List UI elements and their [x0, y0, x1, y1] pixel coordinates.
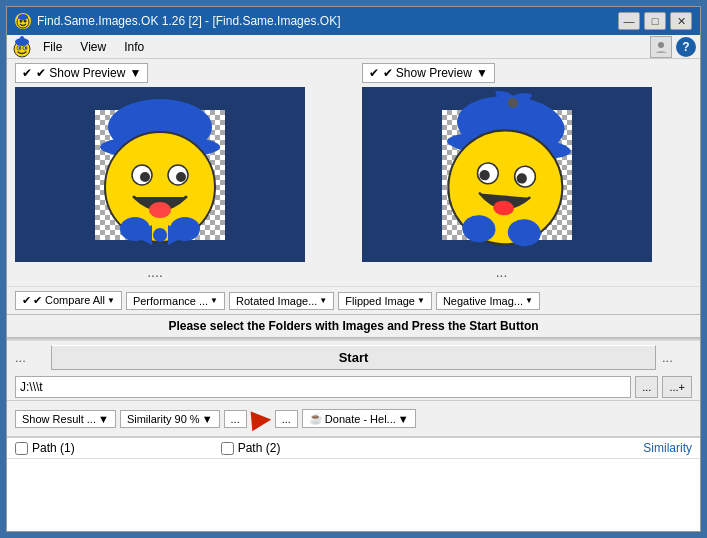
left-checkmark: ✔ [22, 66, 32, 80]
right-dots: ... [362, 262, 642, 282]
flipped-image-label: Flipped Image [345, 295, 415, 307]
menu-file[interactable]: File [35, 38, 70, 56]
right-preview-canvas [362, 87, 652, 262]
menu-info[interactable]: Info [116, 38, 152, 56]
performance-arrow: ▼ [210, 296, 218, 305]
left-dropdown-arrow: ▼ [129, 66, 141, 80]
rotated-arrow: ▼ [319, 296, 327, 305]
right-preview-label: ✔ Show Preview [383, 66, 472, 80]
menu-view[interactable]: View [72, 38, 114, 56]
minimize-button[interactable]: — [618, 12, 640, 30]
path2-label: Path (2) [238, 441, 281, 455]
path1-checkbox-label[interactable]: Path (1) [15, 441, 75, 455]
left-show-preview-dropdown[interactable]: ✔ ✔ Show Preview ▼ [15, 63, 148, 83]
show-result-btn[interactable]: Show Result ... ▼ [15, 410, 116, 428]
donate-btn[interactable]: ☕ Donate - Hel... ▼ [302, 409, 416, 428]
dots2-btn[interactable]: ... [275, 410, 298, 428]
title-bar: Find.Same.Images.OK 1.26 [2] - [Find.Sam… [7, 7, 700, 35]
menu-bar: File View Info ? [7, 35, 700, 59]
flipped-image-btn[interactable]: Flipped Image ▼ [338, 292, 432, 310]
start-button[interactable]: Start [51, 345, 656, 370]
bottom-toolbar: Show Result ... ▼ Similarity 90 % ▼ ... … [7, 400, 700, 437]
left-preview-panel: ✔ ✔ Show Preview ▼ [15, 63, 346, 282]
left-preview-label: ✔ Show Preview [36, 66, 125, 80]
negative-image-label: Negative Imag... [443, 295, 523, 307]
right-checkmark: ✔ [369, 66, 379, 80]
compare-all-check: ✔ [22, 294, 31, 307]
show-result-arrow: ▼ [98, 413, 109, 425]
smiley-svg-left [90, 97, 230, 252]
path2-checkbox-label[interactable]: Path (2) [221, 441, 281, 455]
controls-row: ✔ ✔ Compare All ▼ Performance ... ▼ Rota… [7, 286, 700, 314]
right-dropdown-arrow: ▼ [476, 66, 488, 80]
title-bar-left: Find.Same.Images.OK 1.26 [2] - [Find.Sam… [15, 13, 340, 29]
smiley-svg-right [427, 87, 586, 262]
compare-all-label: ✔ Compare All [33, 294, 105, 307]
donate-label: Donate - Hel... [325, 413, 396, 425]
compare-all-arrow: ▼ [107, 296, 115, 305]
similarity-arrow: ▼ [202, 413, 213, 425]
results-header: Path (1) Path (2) Similarity [7, 438, 700, 459]
close-button[interactable]: ✕ [670, 12, 692, 30]
svg-point-25 [170, 217, 200, 241]
svg-point-8 [25, 47, 27, 49]
performance-btn[interactable]: Performance ... ▼ [126, 292, 225, 310]
path1-checkbox[interactable] [15, 442, 28, 455]
preview-section: ✔ ✔ Show Preview ▼ [7, 59, 700, 286]
similarity-header: Similarity [643, 441, 692, 455]
svg-point-1 [20, 20, 23, 23]
path1-label: Path (1) [32, 441, 75, 455]
negative-image-btn[interactable]: Negative Imag... ▼ [436, 292, 540, 310]
left-preview-canvas [15, 87, 305, 262]
help-button[interactable]: ? [676, 37, 696, 57]
start-right-dots: ... [662, 350, 692, 365]
rotated-image-label: Rotated Image... [236, 295, 317, 307]
start-left-dots: ... [15, 350, 45, 365]
path2-checkbox[interactable] [221, 442, 234, 455]
results-area: Path (1) Path (2) Similarity [7, 437, 700, 531]
app-icon [15, 13, 31, 29]
menu-bar-right: ? [650, 36, 696, 58]
flipped-arrow: ▼ [417, 296, 425, 305]
status-message: Please select the Folders with Images an… [168, 319, 538, 333]
menu-bar-left: File View Info [11, 36, 152, 58]
dots-label: ... [231, 413, 240, 425]
browse-add-button[interactable]: ...+ [662, 376, 692, 398]
svg-point-17 [140, 172, 150, 182]
svg-point-11 [658, 42, 664, 48]
start-row: ... Start ... [7, 341, 700, 374]
svg-point-3 [18, 14, 28, 20]
performance-label: Performance ... [133, 295, 208, 307]
window-title: Find.Same.Images.OK 1.26 [2] - [Find.Sam… [37, 14, 340, 28]
right-show-preview-dropdown[interactable]: ✔ ✔ Show Preview ▼ [362, 63, 495, 83]
svg-point-19 [176, 172, 186, 182]
maximize-button[interactable]: □ [644, 12, 666, 30]
rotated-image-btn[interactable]: Rotated Image... ▼ [229, 292, 334, 310]
svg-point-23 [153, 228, 167, 242]
similarity-label: Similarity 90 % [127, 413, 200, 425]
compare-all-btn[interactable]: ✔ ✔ Compare All ▼ [15, 291, 122, 310]
red-arrow-indicator: ▶ [249, 402, 272, 435]
dots2-label: ... [282, 413, 291, 425]
svg-point-20 [149, 202, 171, 218]
user-icon[interactable] [650, 36, 672, 58]
show-result-label: Show Result ... [22, 413, 96, 425]
browse-button[interactable]: ... [635, 376, 658, 398]
path-input[interactable] [15, 376, 631, 398]
title-bar-controls: — □ ✕ [618, 12, 692, 30]
left-dots: .... [15, 262, 295, 282]
similarity-btn[interactable]: Similarity 90 % ▼ [120, 410, 220, 428]
main-window: Find.Same.Images.OK 1.26 [2] - [Find.Sam… [6, 6, 701, 532]
right-preview-panel: ✔ ✔ Show Preview ▼ [362, 63, 693, 282]
donate-icon: ☕ [309, 412, 323, 425]
negative-arrow: ▼ [525, 296, 533, 305]
svg-point-10 [20, 36, 24, 40]
dots-btn[interactable]: ... [224, 410, 247, 428]
svg-point-7 [19, 47, 21, 49]
donate-arrow: ▼ [398, 413, 409, 425]
svg-point-24 [120, 217, 150, 241]
menu-app-icon [11, 36, 33, 58]
status-message-bar: Please select the Folders with Images an… [7, 314, 700, 338]
svg-point-2 [24, 20, 27, 23]
path-row: ... ...+ [7, 374, 700, 400]
